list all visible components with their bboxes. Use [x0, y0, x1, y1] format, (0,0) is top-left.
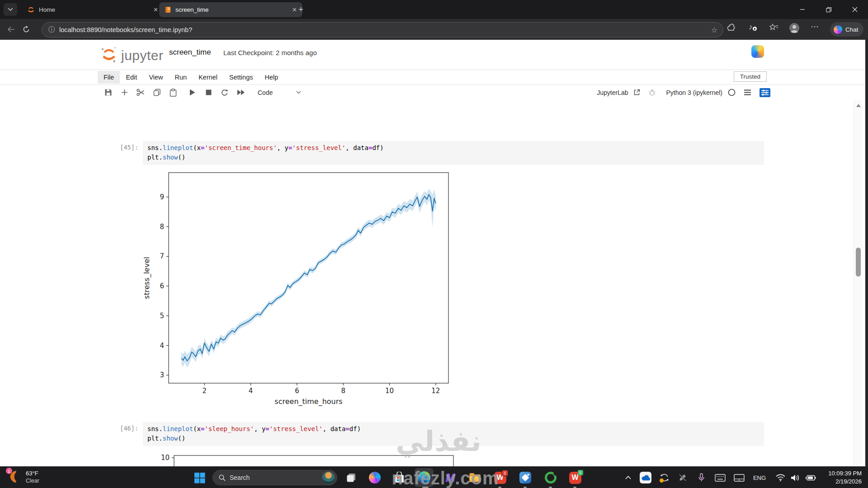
- taskbar-search[interactable]: Search: [212, 470, 337, 485]
- close-button[interactable]: [842, 0, 868, 19]
- weather-condition: Clear: [26, 477, 39, 484]
- wps-badge-s: S: [578, 470, 583, 475]
- window-frame-edge: [865, 40, 868, 466]
- microphone-tray-button[interactable]: [694, 471, 708, 484]
- code-cell-input[interactable]: sns.lineplot(x='screen_time_hours', y='s…: [143, 141, 764, 165]
- new-tab-button[interactable]: +: [298, 5, 303, 14]
- browser-toolbar: ⓘ localhost:8890/notebooks/screen_time.i…: [0, 19, 868, 40]
- browser-menu-icon[interactable]: ⋯: [811, 22, 819, 32]
- restart-kernel-button[interactable]: [218, 87, 231, 99]
- photos-app-button[interactable]: [519, 471, 532, 484]
- svg-text:8: 8: [341, 387, 345, 395]
- cell-type-chevron-icon[interactable]: [296, 91, 301, 94]
- chat-label: Chat: [845, 26, 859, 33]
- bookmark-star-icon[interactable]: ☆: [711, 26, 717, 34]
- minimize-button[interactable]: [789, 0, 816, 19]
- weather-widget[interactable]: 1 63°F Clear: [7, 469, 39, 485]
- menu-settings[interactable]: Settings: [223, 71, 259, 84]
- battery-tray-button[interactable]: [804, 471, 817, 484]
- scrollbar[interactable]: [854, 100, 863, 466]
- volume-tray-button[interactable]: [788, 471, 802, 484]
- restart-run-all-button[interactable]: [234, 87, 248, 99]
- extensions-icon[interactable]: [727, 23, 735, 32]
- trusted-button[interactable]: Trusted: [734, 71, 767, 82]
- watermark-domain: nafezly.com: [382, 468, 509, 488]
- menu-run[interactable]: Run: [169, 71, 193, 84]
- tab-screen-time[interactable]: screen_time ✕: [159, 2, 302, 17]
- green-ring-app-button[interactable]: [544, 471, 557, 484]
- restore-button[interactable]: [816, 0, 842, 19]
- cell-prompt: [45]:: [114, 144, 138, 151]
- svg-text:3: 3: [160, 371, 164, 379]
- sync-tray-button[interactable]: [658, 471, 671, 484]
- kernel-name[interactable]: Python 3 (ipykernel): [666, 89, 722, 96]
- address-bar[interactable]: ⓘ localhost:8890/notebooks/screen_time.i…: [42, 22, 723, 38]
- svg-text:4: 4: [249, 387, 253, 395]
- language-label: ENG: [753, 474, 766, 481]
- clock[interactable]: 10:09:39 PM 2/19/2026: [828, 469, 862, 486]
- panel-settings-icon[interactable]: [760, 88, 770, 97]
- microphone-icon: [698, 473, 705, 482]
- jupyter-logo[interactable]: jupyter: [100, 45, 164, 63]
- tab-home[interactable]: Home ✕: [22, 2, 164, 17]
- scroll-up-icon[interactable]: [856, 104, 861, 107]
- wps-spreadsheet-button[interactable]: W S: [568, 471, 582, 484]
- menu-kernel[interactable]: Kernel: [193, 71, 223, 84]
- interrupt-kernel-button[interactable]: [202, 87, 215, 99]
- touchpad-tray-button[interactable]: [732, 471, 746, 484]
- copy-cell-button[interactable]: [150, 87, 164, 99]
- jupyter-brand: jupyter: [121, 49, 164, 63]
- back-button[interactable]: [5, 23, 17, 36]
- media-playing-icon[interactable]: ♪: [749, 23, 753, 32]
- language-switcher[interactable]: ENG: [751, 471, 768, 484]
- tab-search-button[interactable]: [4, 3, 17, 16]
- cell-type-value: Code: [258, 89, 273, 96]
- menu-view[interactable]: View: [143, 71, 169, 84]
- play-icon: [189, 89, 195, 96]
- cut-cell-button[interactable]: [134, 87, 147, 99]
- copilot-chat-button[interactable]: Chat: [830, 22, 863, 37]
- external-link-icon[interactable]: [633, 89, 640, 96]
- notebook-favicon: [165, 6, 171, 13]
- wifi-tray-button[interactable]: [774, 471, 787, 484]
- notebook-toolbar: Code JupyterLab Python 3 (ipykernel): [0, 84, 865, 101]
- run-cell-button[interactable]: [185, 87, 199, 99]
- task-view-button[interactable]: [344, 471, 358, 484]
- colorful-extension-icon[interactable]: [751, 45, 764, 58]
- touchpad-icon: [734, 474, 745, 482]
- profile-avatar[interactable]: [789, 23, 800, 33]
- browser-tab-strip: Home ✕ screen_time ✕ +: [0, 0, 868, 19]
- refresh-button[interactable]: [20, 23, 33, 36]
- jupyter-page: jupyter screen_time Last Checkpoint: 2 m…: [0, 40, 865, 466]
- tab-close-icon[interactable]: ✕: [292, 6, 297, 13]
- svg-text:6: 6: [295, 387, 299, 395]
- tab-close-icon[interactable]: ✕: [153, 6, 158, 13]
- touch-keyboard-tray-button[interactable]: [713, 471, 727, 484]
- debugger-bug-icon[interactable]: [648, 89, 656, 96]
- window-controls: [789, 0, 868, 19]
- paste-cell-button[interactable]: [166, 87, 180, 99]
- svg-text:screen_time_hours: screen_time_hours: [274, 397, 342, 406]
- insert-cell-button[interactable]: [118, 87, 131, 99]
- hamburger-menu-icon[interactable]: [744, 89, 751, 95]
- url-text: localhost:8890/notebooks/screen_time.ipy…: [59, 26, 192, 33]
- scrollbar-thumb[interactable]: [856, 248, 861, 277]
- cell-type-dropdown[interactable]: Code: [258, 89, 273, 96]
- pen-disabled-tray-button[interactable]: [676, 471, 689, 484]
- onedrive-tray-button[interactable]: [639, 471, 652, 484]
- menu-edit[interactable]: Edit: [120, 71, 143, 84]
- site-info-icon[interactable]: ⓘ: [48, 26, 55, 34]
- speaker-icon: [791, 474, 800, 482]
- favorites-icon[interactable]: [769, 23, 778, 31]
- copilot-app-button[interactable]: [368, 471, 382, 484]
- menu-file[interactable]: File: [98, 71, 120, 84]
- notebook-title[interactable]: screen_time: [169, 48, 211, 57]
- keyboard-icon: [715, 474, 726, 482]
- menu-help[interactable]: Help: [259, 71, 284, 84]
- kernel-status-icon[interactable]: [728, 89, 736, 96]
- windows-logo-icon: [194, 472, 205, 483]
- start-button[interactable]: [193, 471, 206, 484]
- save-button[interactable]: [101, 87, 115, 99]
- jupyterlab-link[interactable]: JupyterLab: [597, 89, 628, 96]
- tray-expand-button[interactable]: [621, 471, 635, 484]
